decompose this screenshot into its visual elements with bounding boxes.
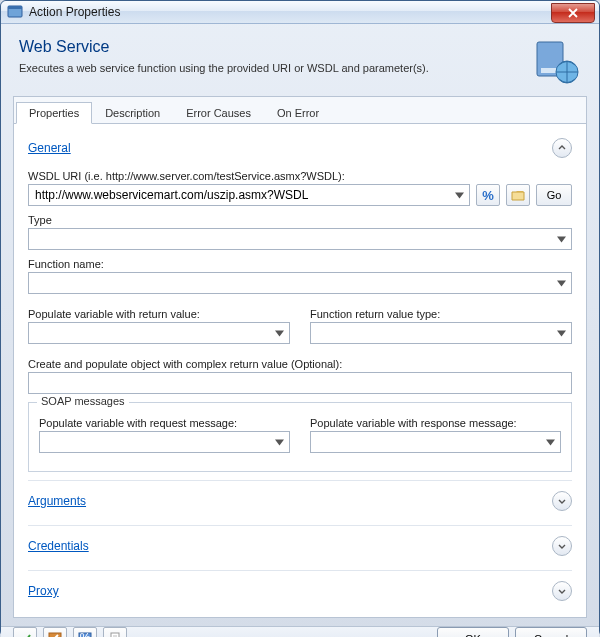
section-general-link[interactable]: General <box>28 141 71 155</box>
soap-legend: SOAP messages <box>37 395 129 407</box>
web-service-icon <box>533 38 581 86</box>
populate-return-label: Populate variable with return value: <box>28 308 290 320</box>
soap-request-combo[interactable] <box>39 431 290 453</box>
expand-credentials-button[interactable] <box>552 536 572 556</box>
tab-strip: Properties Description Error Causes On E… <box>14 97 586 124</box>
function-name-combo[interactable] <box>28 272 572 294</box>
document-icon-button[interactable] <box>103 627 127 637</box>
tab-properties[interactable]: Properties <box>16 102 92 124</box>
function-name-label: Function name: <box>28 258 572 270</box>
dialog-header: Web Service Executes a web service funct… <box>1 24 599 96</box>
chevron-down-icon[interactable] <box>554 232 569 247</box>
section-credentials-link[interactable]: Credentials <box>28 539 89 553</box>
soap-response-combo[interactable] <box>310 431 561 453</box>
svg-rect-1 <box>8 6 22 9</box>
chevron-down-icon[interactable] <box>554 276 569 291</box>
section-proxy-link[interactable]: Proxy <box>28 584 59 598</box>
type-label: Type <box>28 214 572 226</box>
svg-rect-5 <box>49 633 61 637</box>
close-button[interactable] <box>551 3 595 23</box>
wsdl-uri-value: http://www.webservicemart.com/uszip.asmx… <box>35 188 308 202</box>
complex-return-input[interactable] <box>28 372 572 394</box>
chevron-down-icon[interactable] <box>452 188 467 203</box>
chevron-down-icon[interactable] <box>272 435 287 450</box>
return-type-combo[interactable] <box>310 322 572 344</box>
window-title: Action Properties <box>29 5 551 19</box>
chevron-down-icon[interactable] <box>272 326 287 341</box>
tab-container: Properties Description Error Causes On E… <box>13 96 587 618</box>
page-description: Executes a web service function using th… <box>19 62 521 74</box>
expand-proxy-button[interactable] <box>552 581 572 601</box>
complex-return-label: Create and populate object with complex … <box>28 358 572 370</box>
validate-icon-button[interactable] <box>13 627 37 637</box>
cancel-button[interactable]: Cancel <box>515 627 587 637</box>
soap-messages-group: SOAP messages Populate variable with req… <box>28 402 572 472</box>
tab-description[interactable]: Description <box>92 102 173 124</box>
soap-request-label: Populate variable with request message: <box>39 417 290 429</box>
expand-arguments-button[interactable] <box>552 491 572 511</box>
section-arguments-link[interactable]: Arguments <box>28 494 86 508</box>
return-type-label: Function return value type: <box>310 308 572 320</box>
tab-on-error[interactable]: On Error <box>264 102 332 124</box>
vars-icon-button[interactable]: % <box>73 627 97 637</box>
titlebar[interactable]: Action Properties <box>1 1 599 24</box>
chevron-down-icon[interactable] <box>543 435 558 450</box>
collapse-general-button[interactable] <box>552 138 572 158</box>
tab-error-causes[interactable]: Error Causes <box>173 102 264 124</box>
populate-return-combo[interactable] <box>28 322 290 344</box>
section-general-header: General <box>28 134 572 164</box>
svg-text:%: % <box>80 632 91 637</box>
chevron-down-icon[interactable] <box>554 326 569 341</box>
tab-content: General WSDL URI (i.e. http://www.server… <box>14 124 586 617</box>
dialog-footer: % OK Cancel <box>1 626 599 637</box>
ok-button[interactable]: OK <box>437 627 509 637</box>
soap-response-label: Populate variable with response message: <box>310 417 561 429</box>
edit-icon-button[interactable] <box>43 627 67 637</box>
type-combo[interactable] <box>28 228 572 250</box>
wsdl-uri-label: WSDL URI (i.e. http://www.server.com/tes… <box>28 170 572 182</box>
wsdl-uri-input[interactable]: http://www.webservicemart.com/uszip.asmx… <box>28 184 470 206</box>
dialog-window: Action Properties Web Service Executes a… <box>0 0 600 637</box>
page-title: Web Service <box>19 38 521 56</box>
percent-icon-button[interactable]: % <box>476 184 500 206</box>
app-icon <box>7 4 23 20</box>
go-button[interactable]: Go <box>536 184 572 206</box>
browse-folder-button[interactable] <box>506 184 530 206</box>
